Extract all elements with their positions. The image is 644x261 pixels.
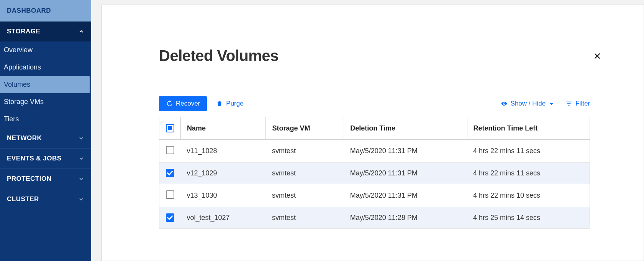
table-row[interactable]: v13_1030svmtestMay/5/2020 11:31 PM4 hrs … — [159, 184, 590, 207]
cell-name: v13_1030 — [181, 184, 266, 207]
sidebar-item-cluster[interactable]: CLUSTER — [0, 189, 91, 209]
cell-name: vol_test_1027 — [181, 207, 266, 229]
cell-deletion-time: May/5/2020 11:31 PM — [344, 140, 467, 163]
table-row[interactable]: vol_test_1027svmtestMay/5/2020 11:28 PM4… — [159, 207, 590, 229]
close-button[interactable] — [593, 51, 601, 63]
cell-retention: 4 hrs 22 mins 11 secs — [467, 140, 590, 163]
chevron-down-icon — [78, 196, 84, 202]
button-label: Filter — [575, 100, 590, 107]
cell-svm: svmtest — [266, 207, 344, 229]
cell-svm: svmtest — [266, 163, 344, 184]
filter-icon — [565, 100, 572, 107]
deleted-volumes-table: Name Storage VM Deletion Time Retention … — [159, 117, 590, 229]
select-all-checkbox[interactable] — [166, 124, 174, 132]
table-row[interactable]: v12_1029svmtestMay/5/2020 11:31 PM4 hrs … — [159, 163, 590, 184]
sidebar-item-network[interactable]: NETWORK — [0, 128, 91, 148]
trash-icon — [216, 100, 223, 107]
chevron-up-icon — [78, 28, 84, 35]
nav-label: NETWORK — [7, 134, 42, 142]
main-content: Deleted Volumes Recover Purge — [91, 0, 644, 261]
storage-submenu: Overview Applications Volumes Storage VM… — [0, 41, 91, 128]
row-checkbox[interactable] — [166, 190, 174, 199]
cell-svm: svmtest — [266, 140, 344, 163]
sidebar-item-dashboard[interactable]: DASHBOARD — [0, 0, 91, 21]
chevron-down-icon — [78, 135, 84, 141]
panel: Deleted Volumes Recover Purge — [101, 5, 644, 261]
cell-deletion-time: May/5/2020 11:28 PM — [344, 207, 467, 229]
chevron-down-icon — [78, 155, 84, 162]
cell-retention: 4 hrs 22 mins 10 secs — [467, 184, 590, 207]
select-all-header — [159, 117, 181, 140]
button-label: Purge — [226, 100, 243, 107]
column-svm[interactable]: Storage VM — [266, 117, 344, 140]
eye-icon — [501, 100, 508, 107]
column-retention[interactable]: Retention Time Left — [467, 117, 590, 140]
cell-svm: svmtest — [266, 184, 344, 207]
restore-icon — [166, 100, 173, 107]
recover-button[interactable]: Recover — [159, 96, 207, 111]
row-checkbox[interactable] — [166, 169, 174, 177]
column-deletion-time[interactable]: Deletion Time — [344, 117, 467, 140]
nav-label: EVENTS & JOBS — [7, 155, 62, 162]
cell-name: v12_1029 — [181, 163, 266, 184]
sidebar-item-protection[interactable]: PROTECTION — [0, 168, 91, 189]
table-header-row: Name Storage VM Deletion Time Retention … — [159, 117, 590, 140]
close-icon — [593, 52, 601, 60]
button-label: Recover — [176, 100, 200, 107]
nav-label: PROTECTION — [7, 175, 51, 183]
sidebar-item-volumes[interactable]: Volumes — [0, 76, 90, 93]
nav-label: STORAGE — [7, 28, 40, 35]
cell-retention: 4 hrs 22 mins 11 secs — [467, 163, 590, 184]
column-name[interactable]: Name — [181, 117, 266, 140]
chevron-down-icon — [549, 101, 555, 107]
filter-button[interactable]: Filter — [565, 100, 590, 107]
sidebar-item-applications[interactable]: Applications — [0, 59, 91, 76]
sidebar-item-overview[interactable]: Overview — [0, 41, 91, 59]
nav-label: DASHBOARD — [7, 7, 51, 15]
cell-deletion-time: May/5/2020 11:31 PM — [344, 163, 467, 184]
purge-button[interactable]: Purge — [216, 100, 243, 107]
toolbar: Recover Purge Show / Hide Fi — [159, 96, 590, 111]
show-hide-button[interactable]: Show / Hide — [501, 100, 555, 107]
cell-deletion-time: May/5/2020 11:31 PM — [344, 184, 467, 207]
table-row[interactable]: v11_1028svmtestMay/5/2020 11:31 PM4 hrs … — [159, 140, 590, 163]
cell-retention: 4 hrs 25 mins 14 secs — [467, 207, 590, 229]
sidebar-item-events[interactable]: EVENTS & JOBS — [0, 148, 91, 168]
page-title: Deleted Volumes — [159, 47, 590, 64]
button-label: Show / Hide — [511, 100, 546, 107]
sidebar: DASHBOARD STORAGE Overview Applications … — [0, 0, 91, 261]
cell-name: v11_1028 — [181, 140, 266, 163]
sidebar-item-storage[interactable]: STORAGE — [0, 21, 91, 41]
sidebar-item-tiers[interactable]: Tiers — [0, 111, 91, 128]
nav-label: CLUSTER — [7, 195, 39, 203]
row-checkbox[interactable] — [166, 213, 174, 222]
chevron-down-icon — [78, 176, 84, 182]
sidebar-item-storage-vms[interactable]: Storage VMs — [0, 93, 91, 111]
row-checkbox[interactable] — [166, 146, 174, 154]
